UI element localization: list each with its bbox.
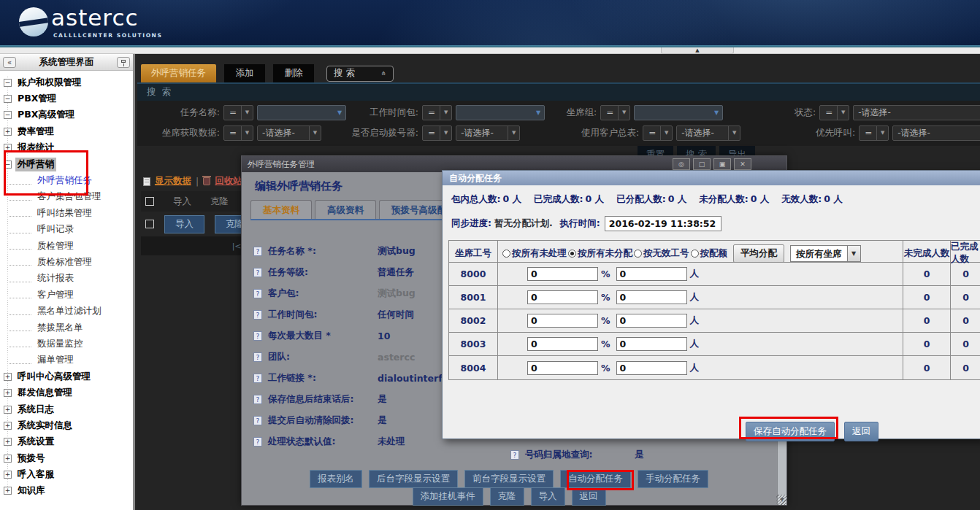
expand-toggle-icon[interactable]: + [4,389,12,397]
sidebar-tree-item[interactable]: 呼叫结果管理 [0,205,133,221]
field-value[interactable]: 未处理 [378,436,405,448]
expand-toggle-icon[interactable]: + [4,373,12,381]
import-button[interactable]: 导入 [164,215,204,233]
resize-grip-icon[interactable] [776,495,786,505]
help-icon[interactable]: ? [253,437,262,447]
field-value[interactable]: astercc [378,352,415,363]
sidebar-tree-item[interactable]: + 呼叫中心高级管理 [0,368,133,385]
expand-toggle-icon[interactable] [9,308,31,315]
dialog-button[interactable]: 前台字段显示设置 [464,470,554,488]
sidebar-pin-button[interactable] [117,57,130,68]
help-icon[interactable]: ? [253,289,262,298]
count-input[interactable] [616,361,687,375]
expand-toggle-icon[interactable]: + [4,422,12,430]
sidebar-tree-item[interactable]: 外呼营销任务 [0,172,133,188]
return-button[interactable]: 返回 [844,422,878,441]
search-toggle-button[interactable]: 搜 索 « [326,66,394,82]
sidebar-tree-item[interactable]: − 账户和权限管理 [0,74,133,90]
agent-scope-select[interactable]: 按所有坐席 ▼ [790,245,861,262]
tab-outbound-tasks[interactable]: 外呼营销任务 [141,64,216,82]
sidebar-tree-item[interactable]: 质检标准管理 [0,254,133,270]
sidebar-tree-item[interactable]: 数据量监控 [0,336,133,352]
dialog-tab[interactable]: 高级资料 [315,200,376,219]
expand-toggle-icon[interactable]: + [4,128,12,136]
help-icon[interactable]: ? [510,450,519,460]
expand-toggle-icon[interactable]: − [4,161,12,169]
expand-toggle-icon[interactable] [9,324,31,331]
sidebar-tree-item[interactable]: − PBX管理 [0,90,133,107]
assign-mode-radio[interactable]: 按配额 [691,247,728,260]
sidebar-tree-item[interactable]: 统计报表 [0,271,133,287]
dialog-button[interactable]: 返回 [572,487,606,506]
operator-select[interactable]: =▼ [223,105,253,120]
sidebar-tree-item[interactable]: + 呼入客服 [0,466,133,482]
operator-select[interactable]: =▼ [600,105,630,120]
sidebar-tree-item[interactable]: + 群发信息管理 [0,385,133,401]
help-icon[interactable]: ? [253,310,262,320]
dialog-button[interactable]: 手动分配任务 [638,470,708,488]
help-icon[interactable]: ? [253,416,262,425]
field-value[interactable]: 任何时间 [378,309,414,321]
dialog-button[interactable]: 自动分配任务 [560,470,631,488]
expand-toggle-icon[interactable] [9,357,31,364]
show-data-link[interactable]: 显示数据 [155,175,191,188]
sidebar-tree-item[interactable]: + 费率管理 [0,123,133,139]
sidebar-tree-item[interactable]: + 预拨号 [0,450,133,466]
sidebar-tree-item[interactable]: 漏单管理 [0,352,133,368]
expand-toggle-icon[interactable] [9,258,31,266]
value-select[interactable]: -请选择-▼ [456,125,520,141]
delete-button[interactable]: 删除 [273,64,314,82]
expand-toggle-icon[interactable]: + [4,144,12,152]
dialog-button[interactable]: 克隆 [490,487,524,506]
average-assign-button[interactable]: 平均分配 [733,244,784,263]
add-button[interactable]: 添加 [224,64,265,82]
count-input[interactable] [616,314,687,328]
assign-mode-radio[interactable]: 按所有未分配 [568,247,632,260]
sidebar-tree-item[interactable]: − 外呼营销 [0,156,133,172]
expand-toggle-icon[interactable] [9,275,31,282]
sidebar-tree-item[interactable]: + 系统日志 [0,401,133,417]
dialog-button[interactable]: 添加挂机事件 [413,487,483,506]
close-icon[interactable]: ✕ [734,158,751,170]
percent-input[interactable] [527,290,598,304]
operator-select[interactable]: =▼ [223,125,253,141]
sidebar-tree-item[interactable]: 黑名单过滤计划 [0,303,133,319]
sidebar-tree-item[interactable]: + 系统实时信息 [0,417,133,433]
expand-toggle-icon[interactable]: − [4,79,12,87]
expand-toggle-icon[interactable]: + [4,487,12,495]
field-value[interactable]: 是 [635,449,644,461]
operator-select[interactable]: =▼ [819,105,849,120]
header-collapse-arrow[interactable]: ▲ [661,47,734,54]
percent-input[interactable] [527,267,598,281]
sidebar-tree-item[interactable]: + 系统设置 [0,434,133,450]
count-input[interactable] [616,267,687,281]
exec-time-input[interactable] [605,216,721,231]
sidebar-tree-item[interactable]: 客户管理 [0,287,133,303]
sidebar-collapse-button[interactable]: « [3,57,16,68]
assign-dialog-titlebar[interactable]: 自动分配任务 [443,171,980,185]
value-select[interactable]: ▼ [257,105,346,120]
help-icon[interactable]: ? [253,331,262,341]
expand-toggle-icon[interactable] [9,291,31,298]
restore-icon[interactable]: ▣ [713,158,731,170]
field-value[interactable]: 是 [378,414,387,427]
expand-toggle-icon[interactable] [9,340,31,347]
field-value[interactable]: 测试bug [378,245,416,258]
save-auto-assign-button[interactable]: 保存自动分配任务 [746,422,835,441]
value-select[interactable]: -请选择-▼ [676,125,740,141]
minimize-icon[interactable]: ◎ [673,158,690,170]
expand-toggle-icon[interactable]: + [4,406,12,414]
sidebar-tree-item[interactable]: 禁拨黑名单 [0,320,133,336]
row-checkbox[interactable] [145,220,154,228]
help-icon[interactable]: ? [253,374,262,383]
help-icon[interactable]: ? [253,352,262,362]
sidebar-tree-item[interactable]: + 知识库 [0,483,133,499]
operator-select[interactable]: =▼ [422,125,452,141]
recycle-bin-link[interactable]: 回收站 [215,175,242,188]
field-value[interactable]: 普通任务 [378,266,414,279]
expand-toggle-icon[interactable] [9,226,31,233]
help-icon[interactable]: ? [253,247,262,256]
value-select[interactable]: ▼ [634,105,723,120]
percent-input[interactable] [527,361,598,375]
dialog-tab[interactable]: 基本资料 [250,200,312,219]
